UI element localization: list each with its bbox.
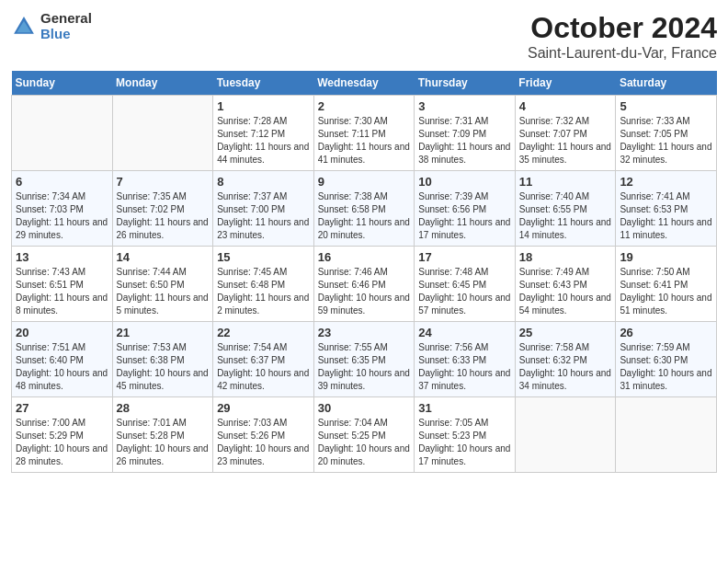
week-row-3: 13Sunrise: 7:43 AMSunset: 6:51 PMDayligh… [12, 247, 717, 322]
logo: General Blue [11, 11, 92, 41]
calendar-cell: 4Sunrise: 7:32 AMSunset: 7:07 PMDaylight… [515, 96, 616, 171]
sunrise-text: Sunrise: 7:32 AM [519, 115, 612, 128]
calendar-cell: 3Sunrise: 7:31 AMSunset: 7:09 PMDaylight… [415, 96, 516, 171]
daylight-text: Daylight: 10 hours and 51 minutes. [620, 292, 712, 317]
sunset-text: Sunset: 6:35 PM [318, 354, 411, 367]
sunset-text: Sunset: 6:43 PM [519, 279, 612, 292]
calendar-cell: 9Sunrise: 7:38 AMSunset: 6:58 PMDaylight… [313, 171, 415, 247]
cell-info: Sunrise: 7:54 AMSunset: 6:37 PMDaylight:… [217, 341, 310, 393]
daylight-text: Daylight: 10 hours and 42 minutes. [217, 367, 310, 393]
calendar-cell: 7Sunrise: 7:35 AMSunset: 7:02 PMDaylight… [112, 171, 213, 247]
sunset-text: Sunset: 7:03 PM [16, 203, 108, 216]
sunset-text: Sunset: 7:05 PM [620, 128, 712, 141]
sunrise-text: Sunrise: 7:44 AM [117, 266, 210, 279]
cell-info: Sunrise: 7:32 AMSunset: 7:07 PMDaylight:… [519, 115, 612, 167]
calendar-header: SundayMondayTuesdayWednesdayThursdayFrid… [12, 71, 717, 96]
cell-info: Sunrise: 7:44 AMSunset: 6:50 PMDaylight:… [117, 266, 210, 317]
day-number: 1 [217, 99, 310, 113]
calendar-cell [112, 96, 213, 171]
cell-info: Sunrise: 7:45 AMSunset: 6:48 PMDaylight:… [217, 266, 310, 317]
day-number: 27 [16, 401, 108, 415]
sunrise-text: Sunrise: 7:45 AM [217, 266, 310, 279]
sunrise-text: Sunrise: 7:41 AM [620, 190, 712, 203]
sunset-text: Sunset: 6:58 PM [318, 203, 411, 216]
weekday-header-saturday: Saturday [616, 71, 717, 96]
calendar-cell: 16Sunrise: 7:46 AMSunset: 6:46 PMDayligh… [313, 247, 415, 322]
logo-text: General Blue [40, 11, 92, 41]
calendar-cell: 21Sunrise: 7:53 AMSunset: 6:38 PMDayligh… [112, 322, 213, 397]
day-number: 31 [418, 401, 511, 415]
calendar-cell: 24Sunrise: 7:56 AMSunset: 6:33 PMDayligh… [415, 322, 516, 397]
sunrise-text: Sunrise: 7:59 AM [620, 341, 712, 354]
week-row-4: 20Sunrise: 7:51 AMSunset: 6:40 PMDayligh… [12, 322, 717, 397]
sunset-text: Sunset: 6:32 PM [519, 354, 612, 367]
calendar-title: October 2024 [528, 11, 717, 45]
sunset-text: Sunset: 7:09 PM [418, 128, 511, 141]
cell-info: Sunrise: 7:03 AMSunset: 5:26 PMDaylight:… [217, 417, 310, 468]
sunrise-text: Sunrise: 7:38 AM [318, 190, 411, 203]
cell-info: Sunrise: 7:55 AMSunset: 6:35 PMDaylight:… [318, 341, 411, 393]
sunset-text: Sunset: 7:12 PM [217, 128, 310, 141]
daylight-text: Daylight: 10 hours and 59 minutes. [318, 292, 411, 317]
calendar-table: SundayMondayTuesdayWednesdayThursdayFrid… [11, 71, 717, 473]
calendar-cell: 15Sunrise: 7:45 AMSunset: 6:48 PMDayligh… [213, 247, 314, 322]
calendar-cell: 27Sunrise: 7:00 AMSunset: 5:29 PMDayligh… [12, 397, 113, 473]
daylight-text: Daylight: 11 hours and 14 minutes. [519, 216, 612, 242]
daylight-text: Daylight: 11 hours and 35 minutes. [519, 141, 612, 167]
calendar-cell: 8Sunrise: 7:37 AMSunset: 7:00 PMDaylight… [213, 171, 314, 247]
sunrise-text: Sunrise: 7:05 AM [418, 417, 511, 430]
daylight-text: Daylight: 10 hours and 34 minutes. [519, 367, 612, 393]
day-number: 23 [318, 326, 411, 339]
sunset-text: Sunset: 6:30 PM [620, 354, 712, 367]
calendar-cell: 12Sunrise: 7:41 AMSunset: 6:53 PMDayligh… [616, 171, 717, 247]
sunrise-text: Sunrise: 7:46 AM [318, 266, 411, 279]
daylight-text: Daylight: 11 hours and 5 minutes. [117, 292, 210, 317]
page-header: General Blue October 2024 Saint-Laurent-… [11, 11, 717, 62]
sunrise-text: Sunrise: 7:54 AM [217, 341, 310, 354]
day-number: 21 [117, 326, 210, 339]
sunrise-text: Sunrise: 7:01 AM [117, 417, 210, 430]
sunset-text: Sunset: 6:53 PM [620, 203, 712, 216]
sunrise-text: Sunrise: 7:50 AM [620, 266, 712, 279]
cell-info: Sunrise: 7:05 AMSunset: 5:23 PMDaylight:… [418, 417, 511, 468]
cell-info: Sunrise: 7:37 AMSunset: 7:00 PMDaylight:… [217, 190, 310, 242]
cell-info: Sunrise: 7:35 AMSunset: 7:02 PMDaylight:… [117, 190, 210, 242]
calendar-cell: 6Sunrise: 7:34 AMSunset: 7:03 PMDaylight… [12, 171, 113, 247]
calendar-cell [515, 397, 616, 473]
daylight-text: Daylight: 10 hours and 54 minutes. [519, 292, 612, 317]
calendar-cell: 19Sunrise: 7:50 AMSunset: 6:41 PMDayligh… [616, 247, 717, 322]
weekday-header-wednesday: Wednesday [313, 71, 415, 96]
day-number: 20 [16, 326, 108, 339]
daylight-text: Daylight: 11 hours and 32 minutes. [620, 141, 712, 167]
cell-info: Sunrise: 7:28 AMSunset: 7:12 PMDaylight:… [217, 115, 310, 167]
weekday-header-monday: Monday [112, 71, 213, 96]
cell-info: Sunrise: 7:31 AMSunset: 7:09 PMDaylight:… [418, 115, 511, 167]
cell-info: Sunrise: 7:01 AMSunset: 5:28 PMDaylight:… [117, 417, 210, 468]
cell-info: Sunrise: 7:48 AMSunset: 6:45 PMDaylight:… [418, 266, 511, 317]
cell-info: Sunrise: 7:41 AMSunset: 6:53 PMDaylight:… [620, 190, 712, 242]
sunset-text: Sunset: 7:07 PM [519, 128, 612, 141]
calendar-cell: 14Sunrise: 7:44 AMSunset: 6:50 PMDayligh… [112, 247, 213, 322]
day-number: 2 [318, 99, 411, 113]
cell-info: Sunrise: 7:56 AMSunset: 6:33 PMDaylight:… [418, 341, 511, 393]
sunset-text: Sunset: 6:33 PM [418, 354, 511, 367]
sunrise-text: Sunrise: 7:31 AM [418, 115, 511, 128]
sunrise-text: Sunrise: 7:33 AM [620, 115, 712, 128]
calendar-cell: 22Sunrise: 7:54 AMSunset: 6:37 PMDayligh… [213, 322, 314, 397]
day-number: 10 [418, 175, 511, 189]
calendar-cell: 31Sunrise: 7:05 AMSunset: 5:23 PMDayligh… [415, 397, 516, 473]
day-number: 14 [117, 250, 210, 264]
sunset-text: Sunset: 6:48 PM [217, 279, 310, 292]
day-number: 22 [217, 326, 310, 339]
sunrise-text: Sunrise: 7:53 AM [117, 341, 210, 354]
sunrise-text: Sunrise: 7:30 AM [318, 115, 411, 128]
weekday-header-tuesday: Tuesday [213, 71, 314, 96]
day-number: 24 [418, 326, 511, 339]
day-number: 13 [16, 250, 108, 264]
daylight-text: Daylight: 10 hours and 23 minutes. [217, 442, 310, 468]
weekday-header-thursday: Thursday [415, 71, 516, 96]
cell-info: Sunrise: 7:00 AMSunset: 5:29 PMDaylight:… [16, 417, 108, 468]
sunset-text: Sunset: 6:41 PM [620, 279, 712, 292]
sunset-text: Sunset: 5:26 PM [217, 430, 310, 442]
sunset-text: Sunset: 6:45 PM [418, 279, 511, 292]
